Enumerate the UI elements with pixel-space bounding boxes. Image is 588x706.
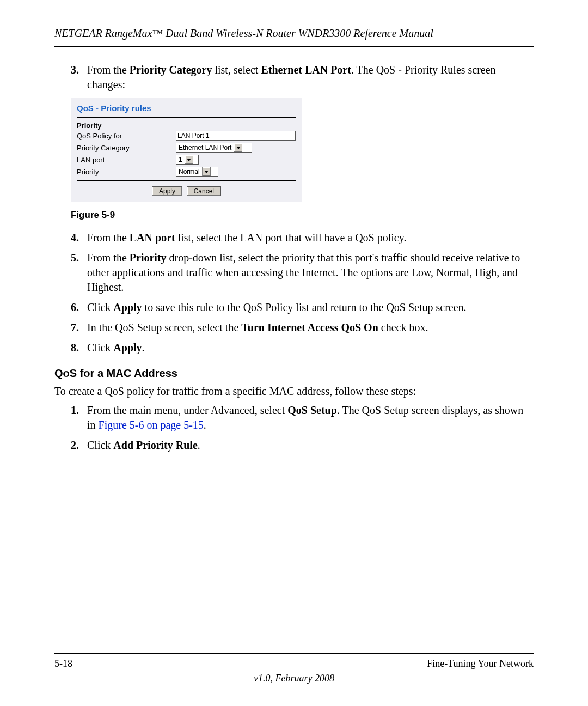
figure-caption: Figure 5-9 [71,210,534,221]
ordered-steps-mid: 4. From the LAN port list, select the LA… [71,230,534,355]
qos-section-label: Priority [77,121,296,130]
step-4: 4. From the LAN port list, select the LA… [71,230,534,245]
step-text: In the QoS Setup screen, select the Turn… [87,321,428,333]
step-lower-2: 2. Click Add Priority Rule. [71,438,534,453]
step-3: 3. From the Priority Category list, sele… [71,63,534,92]
qos-category-label: Priority Category [77,144,176,152]
qos-button-row: Apply Cancel [77,186,296,196]
step-num: 8. [71,340,79,355]
step-num: 1. [71,403,79,418]
step-8: 8. Click Apply. [71,340,534,355]
step-num: 4. [71,230,79,245]
divider [77,180,296,181]
qos-row-priority: Priority Normal [77,167,296,176]
qos-policy-input[interactable] [176,131,296,141]
svg-marker-2 [204,171,209,173]
ordered-steps-upper: 3. From the Priority Category list, sele… [71,63,534,92]
ordered-steps-lower: 1. From the main menu, under Advanced, s… [71,403,534,453]
qos-priority-value: Normal [179,168,200,175]
subhead-intro-text: To create a QoS policy for traffic from … [54,384,534,399]
qos-row-category: Priority Category Ethernet LAN Port [77,143,296,153]
step-lower-1: 1. From the main menu, under Advanced, s… [71,403,534,433]
step-6: 6. Click Apply to save this rule to the … [71,300,534,315]
step-num: 6. [71,300,79,315]
qos-priority-select[interactable]: Normal [176,167,218,176]
footer-rule [54,653,534,654]
page-header-title: NETGEAR RangeMax™ Dual Band Wireless-N R… [54,27,534,47]
step-num: 5. [71,251,79,265]
apply-button[interactable]: Apply [152,186,182,196]
qos-lanport-select[interactable]: 1 [176,155,199,165]
qos-lanport-label: LAN port [77,156,176,164]
page-footer: 5-18 Fine-Tuning Your Network v1.0, Febr… [54,653,534,684]
qos-policy-label: QoS Policy for [77,132,176,140]
footer-version: v1.0, February 2008 [54,673,534,684]
step-text: From the main menu, under Advanced, sele… [87,404,523,431]
qos-priority-rules-panel: QoS - Priority rules Priority QoS Policy… [71,98,302,202]
step-text: Click Add Priority Rule. [87,439,200,451]
cancel-button[interactable]: Cancel [187,186,221,196]
chevron-down-icon [185,155,193,164]
step-5: 5. From the Priority drop-down list, sel… [71,251,534,295]
footer-page-number: 5-18 [54,658,72,670]
chevron-down-icon [234,143,242,152]
svg-marker-1 [187,159,191,161]
step-text: From the Priority Category list, select … [87,64,496,90]
qos-priority-label: Priority [77,168,176,176]
step-text: From the LAN port list, select the LAN p… [87,232,406,244]
subheading-qos-mac: QoS for a MAC Address [54,367,534,380]
svg-marker-0 [236,147,241,149]
step-text: From the Priority drop-down list, select… [87,252,520,293]
chevron-down-icon [202,167,211,176]
qos-row-policy: QoS Policy for [77,131,296,141]
qos-panel-title: QoS - Priority rules [77,101,296,117]
footer-section-name: Fine-Tuning Your Network [427,658,534,670]
step-num: 2. [71,438,79,453]
qos-lanport-value: 1 [179,156,182,163]
qos-row-lanport: LAN port 1 [77,155,296,165]
qos-category-select[interactable]: Ethernet LAN Port [176,143,252,153]
divider [77,117,296,118]
step-num: 3. [71,63,79,77]
step-text: Click Apply to save this rule to the QoS… [87,301,467,313]
step-text: Click Apply. [87,342,145,354]
step-num: 7. [71,320,79,335]
qos-category-value: Ethernet LAN Port [179,144,231,151]
step-7: 7. In the QoS Setup screen, select the T… [71,320,534,335]
